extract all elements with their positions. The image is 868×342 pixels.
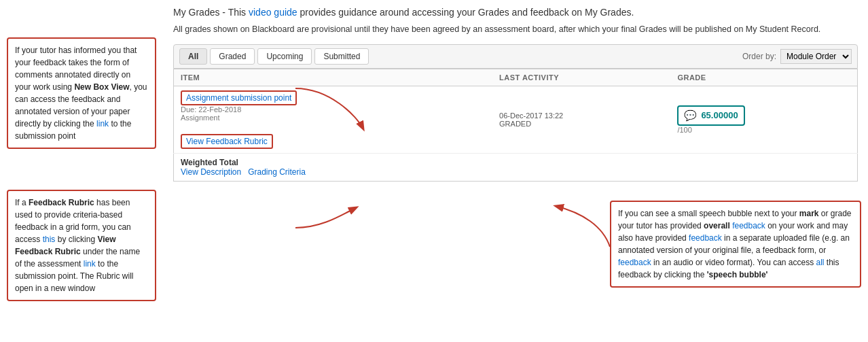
annotation-box-right: If you can see a small speech bubble nex… bbox=[610, 201, 861, 288]
feedback-rubric-link[interactable]: View Feedback Rubric bbox=[181, 134, 273, 149]
annotation-box-bottom-left: If a Feedback Rubric has been used to pr… bbox=[7, 190, 156, 301]
col-last-activity-header: LAST ACTIVITY bbox=[492, 69, 670, 86]
weighted-total-label: Weighted Total bbox=[181, 158, 486, 167]
arrow-right bbox=[549, 199, 617, 254]
table-row: Assignment submission point Due: 22-Feb-… bbox=[174, 86, 858, 153]
annotation-text-right: If you can see a small speech bubble nex… bbox=[618, 209, 852, 279]
view-description-link[interactable]: View Description bbox=[181, 167, 241, 177]
col-grade-header: GRADE bbox=[670, 69, 857, 86]
weighted-total-cell: Weighted Total View Description Grading … bbox=[174, 153, 493, 181]
speech-bubble-icon: 💬 bbox=[684, 109, 697, 122]
page-title: My Grades - This video guide provides gu… bbox=[173, 7, 858, 18]
page-subtitle: All grades shown on Blackboard are provi… bbox=[173, 23, 858, 36]
weighted-last-activity-cell bbox=[492, 153, 670, 181]
assignment-link[interactable]: Assignment submission point bbox=[181, 90, 297, 105]
graded-label: GRADED bbox=[499, 120, 664, 128]
tab-upcoming[interactable]: Upcoming bbox=[257, 48, 312, 65]
tab-submitted[interactable]: Submitted bbox=[314, 48, 369, 65]
grade-number: 65.00000 bbox=[701, 110, 738, 120]
grade-max: /100 bbox=[677, 126, 850, 134]
arrow-bottom-left bbox=[289, 201, 363, 235]
tab-graded[interactable]: Graded bbox=[210, 48, 255, 65]
tabs-bar: All Graded Upcoming Submitted Order by: … bbox=[173, 44, 858, 69]
last-activity-cell: 06-Dec-2017 13:22 GRADED bbox=[492, 86, 670, 153]
tab-all[interactable]: All bbox=[179, 48, 207, 65]
order-by-select[interactable]: Module Order Due Date Last Activity Cour… bbox=[780, 49, 852, 64]
last-activity-date: 06-Dec-2017 13:22 bbox=[499, 112, 664, 120]
assignment-type: Assignment bbox=[181, 114, 486, 122]
order-by-container: Order by: Module Order Due Date Last Act… bbox=[742, 49, 852, 64]
order-by-label: Order by: bbox=[742, 52, 776, 61]
annotation-box-top-left: If your tutor has informed you that your… bbox=[7, 37, 156, 149]
annotation-text-top-left: If your tutor has informed you that your… bbox=[15, 46, 147, 141]
item-cell: Assignment submission point Due: 22-Feb-… bbox=[174, 86, 493, 153]
weighted-total-row: Weighted Total View Description Grading … bbox=[174, 153, 858, 181]
grading-criteria-link[interactable]: Grading Criteria bbox=[248, 167, 306, 177]
video-guide-link[interactable]: video guide bbox=[249, 7, 297, 18]
grade-cell: 💬 65.00000 /100 bbox=[670, 86, 857, 153]
col-item-header: ITEM bbox=[174, 69, 493, 86]
assignment-date: Due: 22-Feb-2018 bbox=[181, 105, 486, 114]
grade-value[interactable]: 💬 65.00000 bbox=[677, 105, 744, 126]
weighted-grade-cell bbox=[670, 153, 857, 181]
annotation-text-bottom-left: If a Feedback Rubric has been used to pr… bbox=[15, 198, 140, 293]
grades-table: ITEM LAST ACTIVITY GRADE Assignment subm… bbox=[173, 69, 858, 182]
